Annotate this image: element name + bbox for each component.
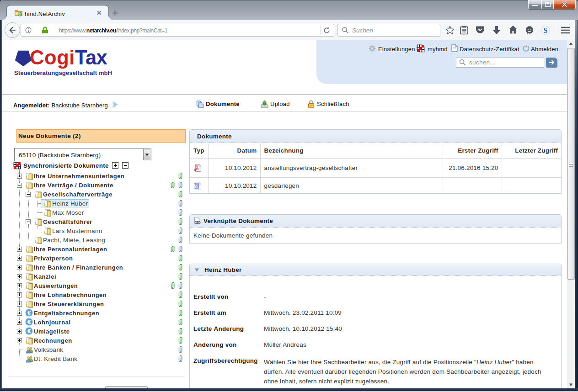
svg-text:W: W (195, 184, 198, 188)
svg-text:S: S (543, 26, 547, 35)
